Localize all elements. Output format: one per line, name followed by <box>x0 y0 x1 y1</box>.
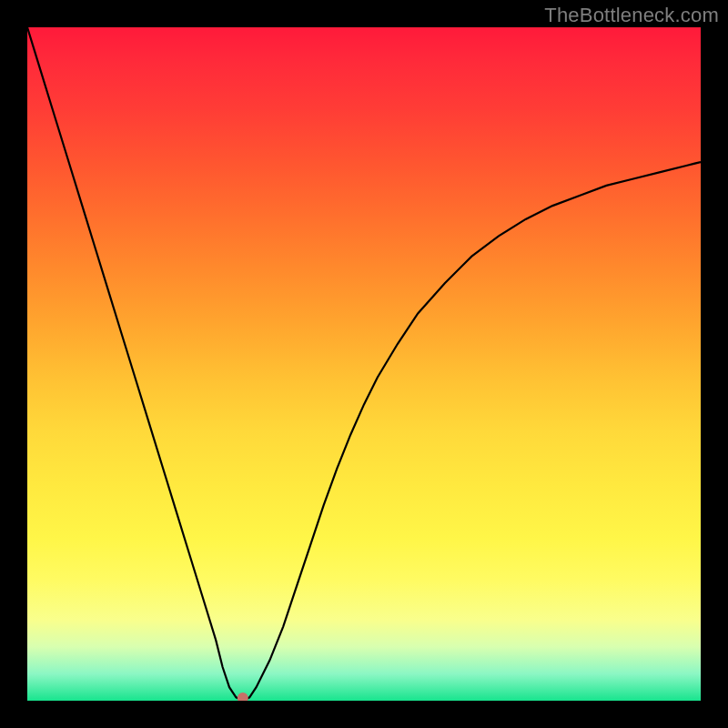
plot-area <box>27 27 701 701</box>
optimum-dot <box>238 693 248 701</box>
watermark-text: TheBottleneck.com <box>544 4 719 27</box>
chart-frame: TheBottleneck.com <box>0 0 728 728</box>
curve-svg <box>27 27 701 701</box>
bottleneck-curve <box>27 27 701 701</box>
